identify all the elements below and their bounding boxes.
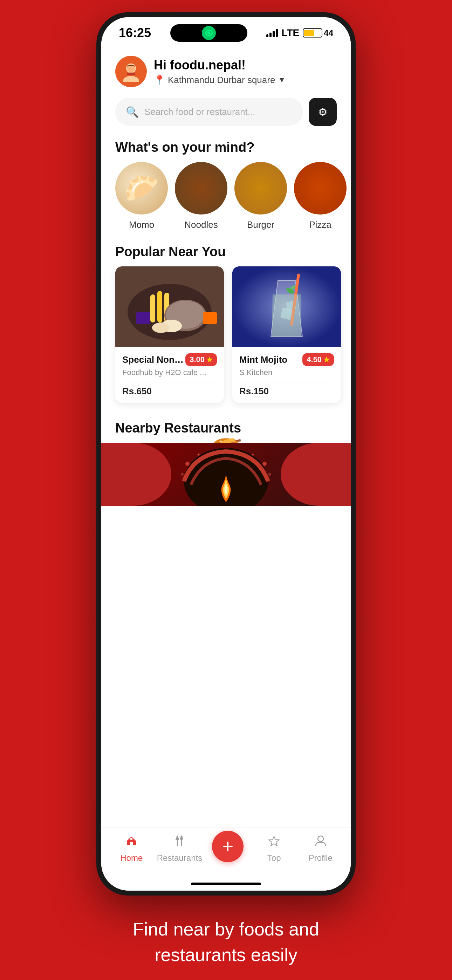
food-card-1[interactable]: Special Non-veg... 3.00 ★ Foodhub by H2O… bbox=[115, 266, 224, 403]
signal-bars bbox=[266, 29, 278, 37]
svg-rect-13 bbox=[203, 312, 217, 324]
status-time: 16:25 bbox=[119, 25, 151, 40]
section-title-mind: What's on your mind? bbox=[101, 136, 351, 162]
phone-screen: 16:25 LTE bbox=[101, 17, 351, 891]
category-momo[interactable]: Momo bbox=[115, 162, 168, 230]
dynamic-island-icon bbox=[202, 26, 216, 40]
svg-rect-12 bbox=[136, 312, 150, 324]
star-icon-1: ★ bbox=[206, 355, 213, 364]
svg-point-15 bbox=[152, 323, 170, 333]
categories-row: Momo Noodles Burger Pizza bbox=[101, 162, 351, 241]
food-name-2: Mint Mojito bbox=[239, 354, 287, 365]
top-icon bbox=[268, 835, 280, 850]
battery-percent: 44 bbox=[324, 28, 333, 38]
restaurant-name-2: S Kitchen bbox=[239, 368, 334, 377]
svg-rect-8 bbox=[157, 291, 162, 323]
nav-add[interactable] bbox=[207, 831, 249, 867]
svg-marker-37 bbox=[269, 836, 279, 846]
svg-point-38 bbox=[318, 836, 323, 842]
category-burger[interactable]: Burger bbox=[234, 162, 287, 230]
rating-value-1: 3.00 bbox=[189, 355, 205, 364]
svg-point-0 bbox=[207, 32, 210, 34]
popular-row: Special Non-veg... 3.00 ★ Foodhub by H2O… bbox=[101, 266, 351, 414]
location-pin-icon: 📍 bbox=[154, 75, 165, 86]
location-text: Kathmandu Durbar square bbox=[168, 75, 275, 86]
add-button[interactable] bbox=[212, 831, 244, 862]
svg-rect-7 bbox=[150, 294, 155, 323]
section-title-popular: Popular Near You bbox=[101, 241, 351, 266]
rating-badge-1: 3.00 ★ bbox=[185, 353, 217, 366]
avatar bbox=[115, 56, 147, 87]
svg-point-24 bbox=[263, 461, 267, 466]
svg-text:✦: ✦ bbox=[250, 452, 255, 458]
food-name-1: Special Non-veg... bbox=[122, 354, 185, 365]
nav-home[interactable]: Home bbox=[110, 835, 153, 863]
signal-bar-1 bbox=[266, 34, 268, 37]
rating-value-2: 4.50 bbox=[307, 355, 321, 364]
bottom-nav: Home Restaurants bbox=[101, 827, 351, 877]
svg-point-25 bbox=[181, 473, 184, 476]
nav-profile[interactable]: Profile bbox=[299, 835, 342, 863]
location-row[interactable]: 📍 Kathmandu Durbar square ▼ bbox=[154, 75, 337, 86]
home-indicator bbox=[101, 877, 351, 891]
svg-rect-4 bbox=[127, 73, 135, 75]
restaurants-label: Restaurants bbox=[157, 853, 202, 863]
battery-body bbox=[303, 29, 322, 38]
dynamic-island bbox=[170, 24, 247, 42]
filter-button[interactable]: ⚙ bbox=[309, 98, 337, 126]
svg-text:✦: ✦ bbox=[196, 452, 201, 458]
top-label: Top bbox=[267, 853, 281, 863]
status-bar: 16:25 LTE bbox=[101, 17, 351, 49]
signal-bar-4 bbox=[276, 29, 278, 37]
pizza-label: Pizza bbox=[309, 220, 331, 230]
banner-arc-left bbox=[101, 443, 171, 506]
search-placeholder: Search food or restaurant... bbox=[144, 107, 255, 118]
svg-point-23 bbox=[185, 461, 189, 466]
restaurant-banner-content: ✦ ✦ bbox=[101, 443, 351, 506]
burger-image bbox=[234, 162, 287, 215]
search-row: 🔍 Search food or restaurant... ⚙ bbox=[101, 94, 351, 136]
food-card-2[interactable]: Mint Mojito 4.50 ★ S Kitchen Rs.150 bbox=[232, 266, 341, 403]
svg-point-26 bbox=[268, 473, 271, 476]
food-name-row-1: Special Non-veg... 3.00 ★ bbox=[122, 353, 217, 366]
star-icon-2: ★ bbox=[323, 355, 330, 364]
lte-label: LTE bbox=[282, 27, 299, 38]
noodles-image bbox=[175, 162, 228, 215]
header-text: Hi foodu.nepal! 📍 Kathmandu Durbar squar… bbox=[154, 58, 337, 86]
momo-image bbox=[115, 162, 168, 215]
momo-label: Momo bbox=[129, 220, 154, 230]
chevron-down-icon: ▼ bbox=[278, 75, 286, 84]
nearby-section: Nearby Restaurants bbox=[101, 414, 351, 506]
category-pizza[interactable]: Pizza bbox=[294, 162, 347, 230]
food-card-info-2: Mint Mojito 4.50 ★ S Kitchen Rs.150 bbox=[232, 347, 341, 403]
food-price-2: Rs.150 bbox=[239, 386, 334, 397]
greeting: Hi foodu.nepal! bbox=[154, 58, 337, 73]
search-icon: 🔍 bbox=[126, 106, 139, 118]
divider-1 bbox=[122, 382, 217, 382]
category-noodles[interactable]: Noodles bbox=[175, 162, 228, 230]
svg-rect-29 bbox=[131, 838, 132, 840]
nav-top[interactable]: Top bbox=[253, 835, 295, 863]
food-card-info-1: Special Non-veg... 3.00 ★ Foodhub by H2O… bbox=[115, 347, 224, 403]
filter-icon: ⚙ bbox=[318, 106, 328, 118]
nav-restaurants[interactable]: Restaurants bbox=[157, 835, 202, 863]
signal-bar-2 bbox=[269, 33, 272, 37]
home-icon bbox=[125, 835, 138, 850]
home-bar bbox=[191, 883, 261, 885]
battery: 44 bbox=[303, 28, 333, 38]
phone-frame: 16:25 LTE bbox=[96, 12, 356, 896]
rating-badge-2: 4.50 ★ bbox=[302, 353, 334, 366]
app-header: Hi foodu.nepal! 📍 Kathmandu Durbar squar… bbox=[101, 49, 351, 94]
scroll-content[interactable]: Hi foodu.nepal! 📍 Kathmandu Durbar squar… bbox=[101, 49, 351, 827]
burger-label: Burger bbox=[247, 220, 274, 230]
food-image-2 bbox=[232, 266, 341, 347]
search-box[interactable]: 🔍 Search food or restaurant... bbox=[115, 98, 303, 126]
profile-icon bbox=[314, 835, 327, 850]
food-name-row-2: Mint Mojito 4.50 ★ bbox=[239, 353, 334, 366]
restaurant-name-1: Foodhub by H2O cafe ... bbox=[122, 368, 217, 377]
banner-arc-right bbox=[281, 443, 351, 506]
restaurant-banner[interactable]: ✦ ✦ bbox=[101, 443, 351, 506]
restaurants-icon bbox=[173, 835, 186, 850]
food-image-1 bbox=[115, 266, 224, 347]
divider-2 bbox=[239, 382, 334, 382]
